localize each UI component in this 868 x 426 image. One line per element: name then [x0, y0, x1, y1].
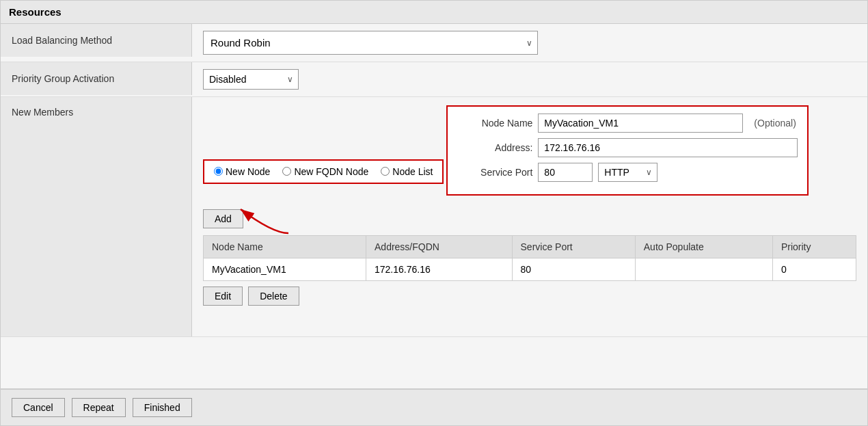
load-balancing-row: Load Balancing Method Round Robin Least … — [1, 24, 867, 62]
radio-node-list-label[interactable]: Node List — [381, 166, 433, 177]
cell-node-name: MyVacation_VM1 — [204, 258, 366, 281]
node-name-field-row: Node Name (Optional) — [457, 114, 798, 133]
service-port-field-row: Service Port HTTP HTTPS FTP SMTP Custom — [457, 163, 798, 182]
new-members-row: New Members New Node New FQDN Node No — [1, 97, 867, 337]
col-priority: Priority — [772, 236, 856, 258]
new-members-label: New Members — [1, 97, 192, 336]
load-balancing-select-wrapper: Round Robin Least Connections Fastest No… — [203, 31, 538, 55]
members-table: Node Name Address/FQDN Service Port Auto… — [203, 235, 856, 281]
load-balancing-value: Round Robin Least Connections Fastest No… — [192, 24, 867, 62]
arrow-annotation — [234, 199, 302, 240]
priority-group-label: Priority Group Activation — [1, 62, 192, 95]
cell-address: 172.16.76.16 — [366, 258, 513, 281]
page-title: Resources — [9, 6, 62, 18]
add-button-container: Add — [203, 209, 243, 228]
optional-label: (Optional) — [754, 118, 796, 129]
protocol-select[interactable]: HTTP HTTPS FTP SMTP Custom — [598, 163, 657, 182]
finished-button[interactable]: Finished — [133, 398, 192, 417]
repeat-button[interactable]: Repeat — [72, 398, 126, 417]
radio-node-list[interactable] — [381, 167, 390, 176]
node-fields-highlight: Node Name (Optional) Address: Service Po… — [446, 105, 809, 196]
col-address: Address/FQDN — [366, 236, 513, 258]
node-type-radio-group: New Node New FQDN Node Node List — [203, 159, 444, 184]
main-container: Resources Load Balancing Method Round Ro… — [0, 0, 868, 426]
cell-service-port: 80 — [512, 258, 635, 281]
page-header: Resources — [1, 1, 867, 24]
address-input[interactable] — [538, 138, 798, 157]
col-node-name: Node Name — [204, 236, 366, 258]
footer: Cancel Repeat Finished — [1, 388, 867, 425]
add-button[interactable]: Add — [203, 209, 243, 228]
radio-new-node-label[interactable]: New Node — [214, 166, 270, 177]
radio-new-node[interactable] — [214, 167, 223, 176]
radio-new-fqdn[interactable] — [282, 167, 291, 176]
service-port-input[interactable] — [538, 163, 593, 182]
cancel-button[interactable]: Cancel — [12, 398, 65, 417]
col-auto-populate: Auto Populate — [635, 236, 772, 258]
edit-delete-row: Edit Delete — [203, 287, 856, 306]
node-name-label: Node Name — [457, 118, 532, 129]
node-name-input[interactable] — [538, 114, 743, 133]
address-field-row: Address: — [457, 138, 798, 157]
delete-button[interactable]: Delete — [248, 287, 299, 306]
table-row: MyVacation_VM1 172.16.76.16 80 0 — [204, 258, 856, 281]
address-label: Address: — [457, 142, 532, 153]
add-button-row: Add — [203, 209, 856, 228]
radio-new-fqdn-label[interactable]: New FQDN Node — [282, 166, 368, 177]
service-port-label: Service Port — [457, 167, 532, 178]
cell-priority: 0 — [772, 258, 856, 281]
priority-group-select[interactable]: Disabled Enabled — [203, 69, 299, 90]
priority-group-value: Disabled Enabled — [192, 62, 867, 96]
content-area: Load Balancing Method Round Robin Least … — [1, 24, 867, 388]
cell-auto-populate — [635, 258, 772, 281]
col-service-port: Service Port — [512, 236, 635, 258]
load-balancing-select[interactable]: Round Robin Least Connections Fastest No… — [203, 31, 538, 55]
edit-button[interactable]: Edit — [203, 287, 243, 306]
priority-group-select-wrapper: Disabled Enabled — [203, 69, 299, 90]
protocol-select-wrapper: HTTP HTTPS FTP SMTP Custom — [598, 163, 657, 182]
new-members-content: New Node New FQDN Node Node List — [192, 97, 867, 314]
priority-group-row: Priority Group Activation Disabled Enabl… — [1, 62, 867, 97]
load-balancing-label: Load Balancing Method — [1, 24, 192, 57]
